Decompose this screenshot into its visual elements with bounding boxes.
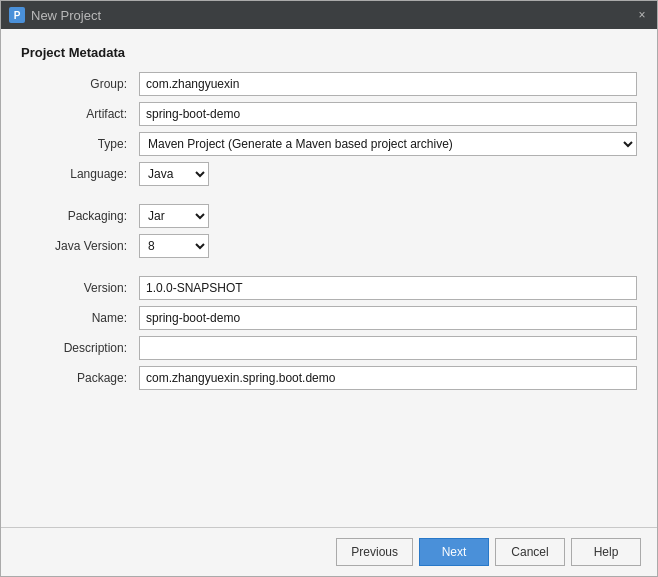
next-button[interactable]: Next bbox=[419, 538, 489, 566]
language-select[interactable]: Java Kotlin Groovy bbox=[139, 162, 209, 186]
java-version-select-wrapper: 8 11 17 bbox=[139, 234, 637, 258]
dialog-content: Project Metadata Group: Artifact: Type: … bbox=[1, 29, 657, 527]
version-input[interactable] bbox=[139, 276, 637, 300]
description-label: Description: bbox=[21, 341, 131, 355]
spacer3 bbox=[21, 264, 131, 270]
package-input[interactable] bbox=[139, 366, 637, 390]
spacer2 bbox=[139, 192, 637, 198]
packaging-select[interactable]: Jar War bbox=[139, 204, 209, 228]
spacer1 bbox=[21, 192, 131, 198]
form-grid: Group: Artifact: Type: Maven Project (Ge… bbox=[21, 72, 637, 390]
type-select[interactable]: Maven Project (Generate a Maven based pr… bbox=[139, 132, 637, 156]
type-label: Type: bbox=[21, 137, 131, 151]
section-title: Project Metadata bbox=[21, 45, 637, 60]
cancel-button[interactable]: Cancel bbox=[495, 538, 565, 566]
description-input[interactable] bbox=[139, 336, 637, 360]
packaging-select-wrapper: Jar War bbox=[139, 204, 637, 228]
packaging-label: Packaging: bbox=[21, 209, 131, 223]
package-label: Package: bbox=[21, 371, 131, 385]
spacer4 bbox=[139, 264, 637, 270]
app-icon: P bbox=[9, 7, 25, 23]
java-version-select[interactable]: 8 11 17 bbox=[139, 234, 209, 258]
help-button[interactable]: Help bbox=[571, 538, 641, 566]
name-input[interactable] bbox=[139, 306, 637, 330]
artifact-input[interactable] bbox=[139, 102, 637, 126]
group-input[interactable] bbox=[139, 72, 637, 96]
dialog-title: New Project bbox=[31, 8, 101, 23]
name-label: Name: bbox=[21, 311, 131, 325]
artifact-label: Artifact: bbox=[21, 107, 131, 121]
title-bar: P New Project × bbox=[1, 1, 657, 29]
close-button[interactable]: × bbox=[635, 8, 649, 22]
java-version-label: Java Version: bbox=[21, 239, 131, 253]
language-label: Language: bbox=[21, 167, 131, 181]
type-select-wrapper: Maven Project (Generate a Maven based pr… bbox=[139, 132, 637, 156]
group-label: Group: bbox=[21, 77, 131, 91]
dialog-footer: Previous Next Cancel Help bbox=[1, 527, 657, 576]
title-bar-left: P New Project bbox=[9, 7, 101, 23]
new-project-dialog: P New Project × Project Metadata Group: … bbox=[0, 0, 658, 577]
language-select-wrapper: Java Kotlin Groovy bbox=[139, 162, 637, 186]
version-label: Version: bbox=[21, 281, 131, 295]
previous-button[interactable]: Previous bbox=[336, 538, 413, 566]
